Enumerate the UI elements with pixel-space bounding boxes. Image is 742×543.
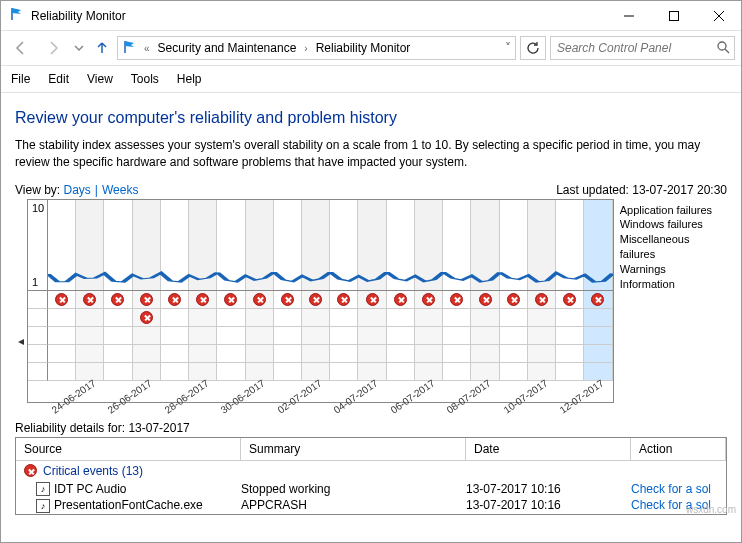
chart-cell[interactable] xyxy=(246,309,274,327)
chart-cell[interactable] xyxy=(556,327,584,345)
chart-cell[interactable] xyxy=(302,345,330,363)
chart-cell[interactable] xyxy=(556,345,584,363)
col-source[interactable]: Source xyxy=(16,438,241,461)
col-action[interactable]: Action xyxy=(631,438,726,461)
chart-cell[interactable] xyxy=(302,309,330,327)
chart-cell[interactable] xyxy=(48,345,76,363)
view-by-days-link[interactable]: Days xyxy=(63,183,90,197)
chart-cell[interactable] xyxy=(217,363,245,381)
chart-area[interactable]: 10 1 24-06-201726-06-201728-06-201730-06… xyxy=(27,199,614,403)
chart-cell[interactable] xyxy=(104,309,132,327)
chart-cell[interactable] xyxy=(471,327,499,345)
chart-cell[interactable] xyxy=(217,291,245,309)
chart-cell[interactable] xyxy=(48,363,76,381)
chart-cell[interactable] xyxy=(556,309,584,327)
chart-cell[interactable] xyxy=(584,309,612,327)
chart-cell[interactable] xyxy=(387,309,415,327)
chart-cell[interactable] xyxy=(330,291,358,309)
chart-cell[interactable] xyxy=(330,327,358,345)
chart-cell[interactable] xyxy=(500,291,528,309)
chart-cell[interactable] xyxy=(133,327,161,345)
chart-cell[interactable] xyxy=(358,327,386,345)
col-summary[interactable]: Summary xyxy=(241,438,466,461)
chart-cell[interactable] xyxy=(471,345,499,363)
chart-cell[interactable] xyxy=(500,327,528,345)
chart-cell[interactable] xyxy=(161,345,189,363)
nav-forward-button[interactable] xyxy=(39,35,67,61)
chart-cell[interactable] xyxy=(443,309,471,327)
chart-cell[interactable] xyxy=(584,345,612,363)
chart-cell[interactable] xyxy=(330,345,358,363)
chart-cell[interactable] xyxy=(48,327,76,345)
chart-cell[interactable] xyxy=(189,345,217,363)
chart-cell[interactable] xyxy=(387,327,415,345)
chart-cell[interactable] xyxy=(500,345,528,363)
search-input[interactable] xyxy=(555,40,716,56)
chart-cell[interactable] xyxy=(415,291,443,309)
chart-cell[interactable] xyxy=(500,309,528,327)
chart-cell[interactable] xyxy=(161,291,189,309)
table-row[interactable]: ♪PresentationFontCache.exeAPPCRASH13-07-… xyxy=(16,497,726,514)
chart-cell[interactable] xyxy=(189,291,217,309)
menu-view[interactable]: View xyxy=(87,72,113,86)
chart-cell[interactable] xyxy=(76,327,104,345)
maximize-button[interactable] xyxy=(651,1,696,30)
table-row[interactable]: ♪IDT PC AudioStopped working13-07-2017 1… xyxy=(16,481,726,498)
chart-cell[interactable] xyxy=(104,291,132,309)
chart-cell[interactable] xyxy=(76,291,104,309)
chart-cell[interactable] xyxy=(528,345,556,363)
chart-cell[interactable] xyxy=(500,363,528,381)
chart-cell[interactable] xyxy=(246,291,274,309)
chart-cell[interactable] xyxy=(104,345,132,363)
chart-cell[interactable] xyxy=(48,309,76,327)
chart-cell[interactable] xyxy=(358,309,386,327)
chart-cell[interactable] xyxy=(387,363,415,381)
chart-cell[interactable] xyxy=(246,345,274,363)
chart-cell[interactable] xyxy=(133,345,161,363)
chart-cell[interactable] xyxy=(161,363,189,381)
chart-cell[interactable] xyxy=(274,291,302,309)
breadcrumb-item[interactable]: Reliability Monitor xyxy=(314,39,413,57)
nav-up-button[interactable] xyxy=(91,35,113,61)
chart-cell[interactable] xyxy=(443,363,471,381)
cell-action-link[interactable]: Check for a sol xyxy=(631,482,726,497)
chart-cell[interactable] xyxy=(415,309,443,327)
breadcrumb[interactable]: « Security and Maintenance › Reliability… xyxy=(117,36,516,60)
chart-cell[interactable] xyxy=(104,327,132,345)
chart-cell[interactable] xyxy=(133,291,161,309)
breadcrumb-item[interactable]: Security and Maintenance xyxy=(156,39,299,57)
chart-cell[interactable] xyxy=(76,309,104,327)
nav-back-button[interactable] xyxy=(7,35,35,61)
chart-cell[interactable] xyxy=(161,309,189,327)
search-icon[interactable] xyxy=(716,40,730,57)
search-box[interactable] xyxy=(550,36,735,60)
chart-cell[interactable] xyxy=(415,327,443,345)
chart-cell[interactable] xyxy=(274,345,302,363)
chart-cell[interactable] xyxy=(443,327,471,345)
chart-cell[interactable] xyxy=(387,345,415,363)
minimize-button[interactable] xyxy=(606,1,651,30)
chart-cell[interactable] xyxy=(330,309,358,327)
chart-scroll-left[interactable]: ◂ xyxy=(15,199,27,403)
chart-cell[interactable] xyxy=(48,291,76,309)
view-by-weeks-link[interactable]: Weeks xyxy=(102,183,138,197)
chart-cell[interactable] xyxy=(584,291,612,309)
col-date[interactable]: Date xyxy=(466,438,631,461)
menu-help[interactable]: Help xyxy=(177,72,202,86)
chart-cell[interactable] xyxy=(302,291,330,309)
chart-cell[interactable] xyxy=(302,327,330,345)
chart-cell[interactable] xyxy=(330,363,358,381)
menu-tools[interactable]: Tools xyxy=(131,72,159,86)
chart-cell[interactable] xyxy=(104,363,132,381)
chart-cell[interactable] xyxy=(189,309,217,327)
chart-cell[interactable] xyxy=(217,345,245,363)
chart-cell[interactable] xyxy=(274,327,302,345)
chart-cell[interactable] xyxy=(584,327,612,345)
chart-cell[interactable] xyxy=(274,309,302,327)
chart-cell[interactable] xyxy=(556,291,584,309)
chart-cell[interactable] xyxy=(189,327,217,345)
chart-cell[interactable] xyxy=(528,309,556,327)
chart-cell[interactable] xyxy=(415,345,443,363)
chevron-down-icon[interactable]: ˅ xyxy=(505,41,511,55)
close-button[interactable] xyxy=(696,1,741,30)
